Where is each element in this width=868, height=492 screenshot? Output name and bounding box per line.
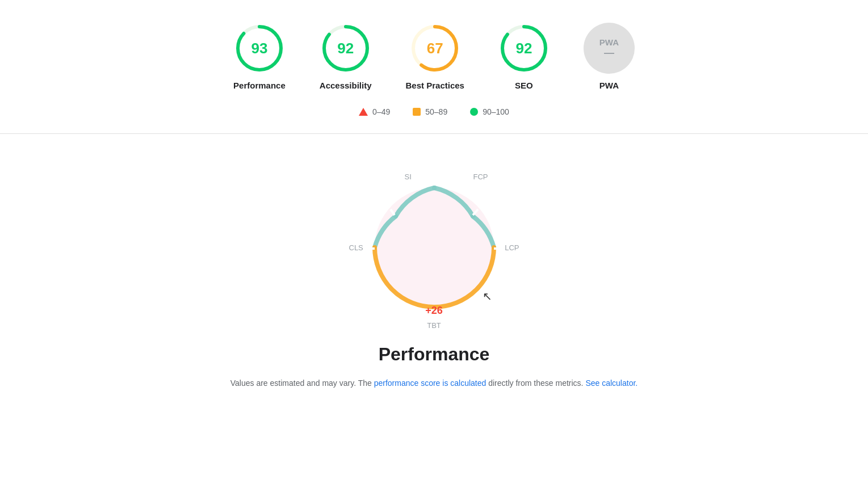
score-label-accessibility: Accessibility bbox=[320, 81, 372, 90]
pwa-label: PWA bbox=[599, 37, 619, 47]
pwa-dash: — bbox=[604, 47, 614, 59]
score-item-pwa: PWA — PWA bbox=[584, 23, 635, 90]
bottom-section: SI FCP CLS LCP TBT bbox=[0, 134, 868, 413]
performance-title: Performance bbox=[379, 344, 490, 365]
legend-range-low: 0–49 bbox=[372, 107, 390, 116]
legend-row: 0–49 50–89 90–100 bbox=[359, 107, 509, 116]
pwa-circle: PWA — bbox=[584, 23, 635, 74]
score-label-seo: SEO bbox=[515, 81, 533, 90]
triangle-icon bbox=[359, 108, 368, 116]
score-value-best-practices: 67 bbox=[427, 40, 443, 57]
legend-item-high: 90–100 bbox=[470, 107, 509, 116]
top-section: 93 Performance 92 Accessibility bbox=[0, 0, 868, 134]
radar-chart: SI FCP CLS LCP TBT bbox=[343, 162, 525, 333]
tbt-badge: +26 bbox=[425, 305, 443, 317]
score-item-accessibility: 92 Accessibility bbox=[320, 23, 372, 90]
performance-description: Values are estimated and may vary. The p… bbox=[230, 376, 638, 390]
performance-score-link[interactable]: performance score is calculated bbox=[374, 379, 487, 388]
description-text-2: directly from these metrics. bbox=[486, 379, 585, 388]
score-label-performance: Performance bbox=[233, 81, 286, 90]
score-value-performance: 93 bbox=[251, 40, 267, 57]
score-item-best-practices: 67 Best Practices bbox=[406, 23, 464, 90]
legend-item-mid: 50–89 bbox=[413, 107, 447, 116]
legend-range-mid: 50–89 bbox=[425, 107, 447, 116]
score-circle-performance: 93 bbox=[234, 23, 285, 74]
score-circle-best-practices: 67 bbox=[409, 23, 460, 74]
scores-row: 93 Performance 92 Accessibility bbox=[233, 23, 635, 90]
score-circle-accessibility: 92 bbox=[320, 23, 371, 74]
score-circle-seo: 92 bbox=[498, 23, 550, 74]
score-label-best-practices: Best Practices bbox=[406, 81, 464, 90]
legend-item-low: 0–49 bbox=[359, 107, 390, 116]
square-icon bbox=[413, 108, 421, 116]
score-label-pwa: PWA bbox=[599, 81, 619, 90]
description-text-1: Values are estimated and may vary. The bbox=[230, 379, 374, 388]
circle-icon bbox=[470, 108, 478, 116]
calculator-link[interactable]: See calculator. bbox=[585, 379, 638, 388]
legend-range-high: 90–100 bbox=[483, 107, 509, 116]
score-item-performance: 93 Performance bbox=[233, 23, 286, 90]
score-value-accessibility: 92 bbox=[337, 40, 354, 57]
score-value-seo: 92 bbox=[515, 40, 532, 57]
score-item-seo: 92 SEO bbox=[498, 23, 550, 90]
